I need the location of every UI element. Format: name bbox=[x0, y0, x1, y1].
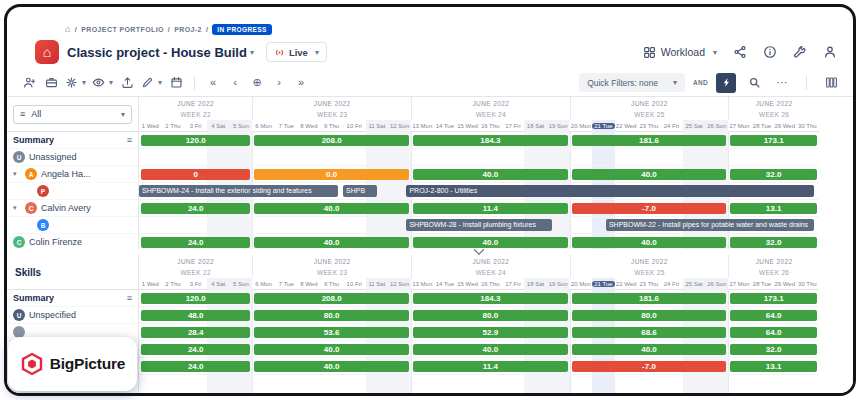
sidebar-row-tasks[interactable]: P bbox=[7, 183, 138, 200]
chevron-down-icon[interactable]: ▾ bbox=[13, 170, 21, 178]
workload-bar[interactable]: 0.0 bbox=[254, 169, 409, 180]
live-button[interactable]: Live ▾ bbox=[266, 42, 327, 62]
workload-bar[interactable]: 173.1 bbox=[730, 135, 817, 146]
export-button[interactable] bbox=[117, 73, 137, 93]
timeline-week-row: WEEK 22WEEK 23WEEK 24WEEK 25WEEK 26 bbox=[139, 267, 819, 278]
workload-bar[interactable]: 24.0 bbox=[141, 344, 250, 355]
panel-splitter[interactable] bbox=[139, 246, 819, 258]
task-bar[interactable]: SHPBOWM-22 - Install pipes for potable w… bbox=[606, 219, 815, 231]
task-bar[interactable]: PROJ-2-800 - Utilities bbox=[406, 185, 814, 197]
task-bar[interactable]: SHPBOWM-24 - Install the exterior siding… bbox=[139, 185, 338, 197]
workload-bar[interactable]: 32.0 bbox=[730, 169, 817, 180]
workload-bar[interactable]: 13.1 bbox=[730, 203, 817, 214]
workload-bar[interactable]: 80.0 bbox=[572, 310, 727, 321]
resource-filter-select[interactable]: ≡ All ▾ bbox=[13, 105, 132, 124]
workload-bar[interactable]: 181.6 bbox=[572, 293, 727, 304]
next-period-button[interactable]: › bbox=[269, 73, 289, 93]
task-bar[interactable]: SHPBOWM-28 - Install plumbing fixtures bbox=[406, 219, 551, 231]
board-columns-button[interactable] bbox=[821, 73, 841, 93]
workload-bar[interactable]: 184.3 bbox=[413, 135, 568, 146]
timeline-row: 24.040.011.4-7.013.1 bbox=[139, 200, 819, 217]
workload-bar[interactable]: 184.3 bbox=[413, 293, 568, 304]
workload-bar[interactable]: 68.6 bbox=[572, 327, 727, 338]
collapse-panel-button[interactable] bbox=[465, 248, 493, 256]
workload-list-icon[interactable]: ≡ bbox=[127, 135, 132, 145]
workload-bar[interactable]: 80.0 bbox=[413, 310, 568, 321]
info-button[interactable] bbox=[763, 45, 777, 59]
day-label: 7 Tue bbox=[277, 123, 296, 129]
workload-bar[interactable]: 40.0 bbox=[254, 361, 409, 372]
day-cell: 20 Mon bbox=[569, 120, 592, 132]
tools-button[interactable] bbox=[793, 45, 807, 59]
sidebar-row-summary[interactable]: Summary≡ bbox=[7, 290, 138, 307]
chevron-down-icon[interactable]: ▾ bbox=[13, 204, 21, 212]
add-resource-button[interactable] bbox=[19, 73, 39, 93]
search-button[interactable] bbox=[744, 73, 764, 93]
workload-bar[interactable]: 181.6 bbox=[572, 135, 727, 146]
sidebar-row-person[interactable]: CColin Firenze bbox=[7, 234, 138, 249]
view-options-button[interactable]: ▾ bbox=[90, 73, 115, 93]
last-period-button[interactable]: » bbox=[291, 73, 311, 93]
workload-bar[interactable]: 53.6 bbox=[254, 327, 409, 338]
sidebar-row-person[interactable]: UUnassigned bbox=[7, 149, 138, 166]
prev-period-button[interactable]: ‹ bbox=[225, 73, 245, 93]
sidebar-row-skill[interactable]: UUnspecified bbox=[7, 307, 138, 324]
box-button[interactable] bbox=[41, 73, 61, 93]
sidebar-row-person[interactable]: ▾CCalvin Avery bbox=[7, 200, 138, 217]
workload-bar[interactable]: 0 bbox=[141, 169, 250, 180]
sidebar-row-tasks[interactable]: B bbox=[7, 217, 138, 234]
workload-bar[interactable]: 28.4 bbox=[141, 327, 250, 338]
workload-bar[interactable]: 208.0 bbox=[254, 293, 409, 304]
today-scope-button[interactable]: ⊕ bbox=[247, 73, 267, 93]
workload-bar[interactable]: 64.0 bbox=[730, 327, 817, 338]
workload-bar[interactable]: 11.4 bbox=[413, 361, 568, 372]
workload-bar[interactable]: -7.0 bbox=[572, 203, 727, 214]
edit-mode-button[interactable]: ▾ bbox=[139, 73, 164, 93]
week-label: WEEK 22 bbox=[139, 267, 252, 278]
workload-bar[interactable]: 120.0 bbox=[141, 293, 250, 304]
workload-bar[interactable]: 40.0 bbox=[572, 169, 727, 180]
week-label: WEEK 24 bbox=[411, 109, 570, 120]
avatar: C bbox=[13, 236, 25, 248]
first-period-button[interactable]: « bbox=[203, 73, 223, 93]
sidebar-row-person[interactable]: ▾AAngela Ha... bbox=[7, 166, 138, 183]
workload-bar[interactable]: 80.0 bbox=[254, 310, 409, 321]
more-button[interactable]: ⋯ bbox=[772, 73, 792, 93]
workload-bar[interactable]: 64.0 bbox=[730, 310, 817, 321]
calendar-button[interactable] bbox=[166, 73, 186, 93]
workload-bar[interactable]: 208.0 bbox=[254, 135, 409, 146]
workload-bar[interactable]: 173.1 bbox=[730, 293, 817, 304]
and-operator-label[interactable]: AND bbox=[693, 79, 708, 86]
workload-bar[interactable]: 32.0 bbox=[730, 344, 817, 355]
settings-button[interactable]: ▾ bbox=[63, 73, 88, 93]
chevron-left-icon: ‹ bbox=[233, 77, 237, 88]
breadcrumb-portfolio[interactable]: PROJECT PORTFOLIO bbox=[81, 26, 164, 33]
view-select[interactable]: Workload ▾ bbox=[643, 46, 717, 59]
infobar-toggle-button[interactable] bbox=[716, 73, 736, 93]
workload-bar[interactable]: 40.0 bbox=[413, 344, 568, 355]
workload-bar[interactable]: 52.9 bbox=[413, 327, 568, 338]
workload-bar[interactable]: 40.0 bbox=[254, 203, 409, 214]
quick-filters-select[interactable]: Quick Filters: none ▾ bbox=[579, 73, 685, 92]
workload-bar[interactable]: 13.1 bbox=[730, 361, 817, 372]
share-button[interactable] bbox=[733, 45, 747, 59]
sidebar-row-summary[interactable]: Summary≡ bbox=[7, 132, 138, 149]
day-label: 18 Sat bbox=[525, 123, 546, 129]
breadcrumb-project[interactable]: PROJ-2 bbox=[174, 26, 202, 33]
timeline-body: 120.0208.0184.3181.6173.148.080.080.080.… bbox=[139, 290, 819, 393]
day-label: 5 Sun bbox=[231, 281, 251, 287]
workload-list-icon[interactable]: ≡ bbox=[127, 293, 132, 303]
workload-bar[interactable]: 40.0 bbox=[254, 344, 409, 355]
workload-bar[interactable]: 24.0 bbox=[141, 361, 250, 372]
workload-bar[interactable]: 11.4 bbox=[413, 203, 568, 214]
workload-bar[interactable]: 40.0 bbox=[413, 169, 568, 180]
workload-bar[interactable]: 120.0 bbox=[141, 135, 250, 146]
workload-bar[interactable]: 48.0 bbox=[141, 310, 250, 321]
home-icon[interactable]: ⌂ bbox=[65, 25, 71, 34]
chevron-down-icon[interactable]: ▾ bbox=[250, 48, 254, 57]
profile-button[interactable] bbox=[823, 45, 837, 59]
workload-bar[interactable]: 24.0 bbox=[141, 203, 250, 214]
workload-bar[interactable]: -7.0 bbox=[572, 361, 727, 372]
task-bar[interactable]: SHPB bbox=[343, 185, 377, 197]
workload-bar[interactable]: 40.0 bbox=[572, 344, 727, 355]
